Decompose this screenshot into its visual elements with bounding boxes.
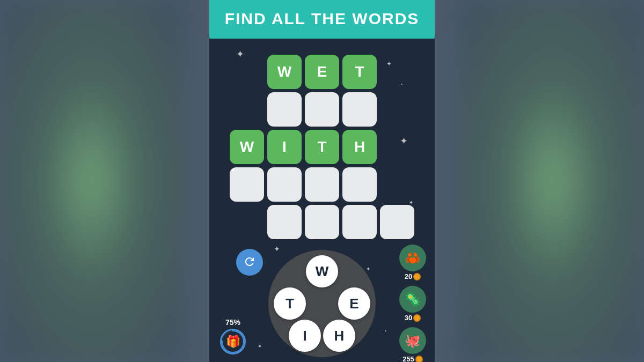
cell-3-1: W <box>230 130 264 164</box>
powerups-panel: 🦀 20 🦠 30 🐙 255 <box>399 239 426 362</box>
letter-wheel: W T E I H <box>268 250 376 357</box>
cell-1-5 <box>380 55 414 89</box>
cell-2-2 <box>267 92 302 127</box>
cell-4-2 <box>267 167 302 202</box>
powerup-crab[interactable]: 🦠 30 <box>399 286 426 322</box>
game-title: FIND ALL THE WORDS <box>220 10 424 28</box>
grid-row-5 <box>230 205 414 239</box>
grid-row-3: W I T H <box>230 130 414 164</box>
progress-area: 75% 🎁 <box>220 318 246 354</box>
game-header: FIND ALL THE WORDS <box>209 0 435 39</box>
cell-1-2: W <box>267 55 302 89</box>
progress-icon[interactable]: 🎁 <box>220 329 246 354</box>
seahorse-cost: 20 <box>405 272 421 280</box>
cell-5-3 <box>305 205 339 239</box>
cell-5-1 <box>230 205 264 239</box>
crab-icon: 🦠 <box>399 286 426 313</box>
right-blur-panel <box>462 0 644 362</box>
cell-3-3: T <box>305 130 339 164</box>
word-grid: W E T W I T H <box>230 55 414 239</box>
left-blur-panel <box>0 0 182 362</box>
progress-ring-svg <box>220 329 246 354</box>
letter-H[interactable]: H <box>323 320 355 352</box>
letter-E[interactable]: E <box>338 287 370 320</box>
octopus-cost: 255 <box>402 355 423 362</box>
octopus-cost-text: 255 <box>402 355 414 362</box>
letter-W[interactable]: W <box>306 255 338 287</box>
letter-I[interactable]: I <box>289 320 321 352</box>
cell-5-4 <box>342 205 377 239</box>
cell-4-4 <box>342 167 377 202</box>
grid-row-1: W E T <box>230 55 414 89</box>
progress-percent: 75% <box>225 318 240 327</box>
refresh-button[interactable] <box>236 249 263 276</box>
cell-1-3: E <box>305 55 339 89</box>
bottom-section: ✦ ✦ ✦ • W T E I H <box>209 239 435 362</box>
crab-cost-text: 30 <box>405 314 412 322</box>
powerup-seahorse[interactable]: 🦀 20 <box>399 245 426 280</box>
octopus-icon: 🐙 <box>399 327 426 354</box>
cell-3-5 <box>380 130 414 164</box>
cell-4-1 <box>230 167 264 202</box>
cell-1-1 <box>230 55 264 89</box>
cell-2-3 <box>305 92 339 127</box>
cell-3-4: H <box>342 130 377 164</box>
coin-icon-2 <box>413 314 421 322</box>
refresh-icon <box>243 255 257 269</box>
cell-3-2: I <box>267 130 302 164</box>
cell-4-5 <box>380 167 414 202</box>
cell-4-3 <box>305 167 339 202</box>
sparkle-10: • <box>385 328 386 333</box>
crab-cost: 30 <box>405 314 421 322</box>
cell-2-5 <box>380 92 414 127</box>
cell-2-1 <box>230 92 264 127</box>
cell-5-5 <box>380 205 414 239</box>
phone-screen: FIND ALL THE WORDS ✦ ✦ • ✦ ✦ ✦ W E T <box>209 0 435 362</box>
coin-icon-1 <box>413 273 421 280</box>
grid-row-4 <box>230 167 414 202</box>
coin-icon-3 <box>415 356 423 363</box>
powerup-octopus[interactable]: 🐙 255 <box>399 327 426 362</box>
letter-T[interactable]: T <box>274 287 306 320</box>
cell-2-4 <box>342 92 377 127</box>
cell-1-4: T <box>342 55 377 89</box>
seahorse-icon: 🦀 <box>399 245 426 271</box>
cell-5-2 <box>267 205 302 239</box>
grid-row-2 <box>230 92 414 127</box>
game-area: ✦ ✦ • ✦ ✦ ✦ W E T <box>209 39 435 362</box>
seahorse-cost-text: 20 <box>405 272 412 280</box>
sparkle-9: ✦ <box>258 343 262 349</box>
